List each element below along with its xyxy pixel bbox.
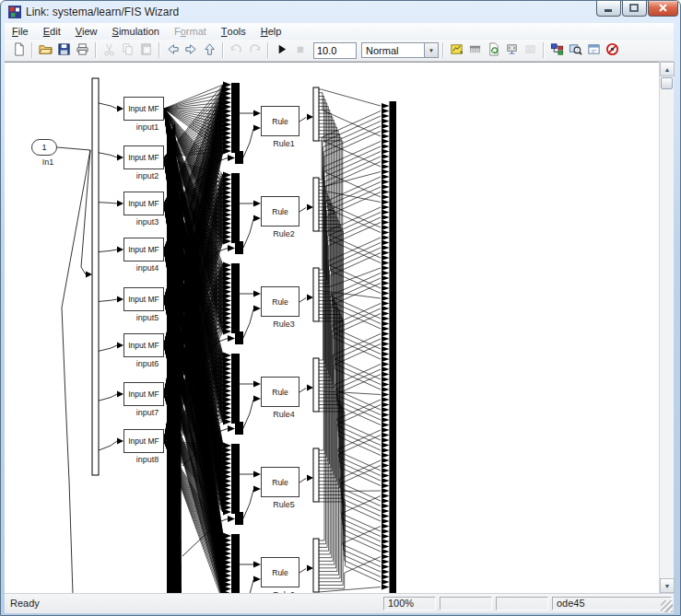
- menu-label-post: ools: [228, 26, 246, 37]
- toolbar-update-diagram-button[interactable]: [484, 41, 502, 60]
- vertical-scrollbar[interactable]: ▲ ▼: [659, 62, 674, 593]
- simulation-time-field[interactable]: [313, 42, 357, 59]
- input-mf-block-input8[interactable]: Input MF: [123, 429, 164, 453]
- chevron-down-icon[interactable]: ▼: [424, 43, 438, 57]
- toolbar-model-browser-button[interactable]: [584, 41, 603, 60]
- rule-demux-bar-2[interactable]: [313, 178, 319, 231]
- rule-small-mux-2[interactable]: [235, 241, 243, 254]
- toolbar-new-document-button[interactable]: [9, 41, 28, 60]
- scroll-up-button[interactable]: ▲: [660, 62, 675, 76]
- menu-label-pre: F: [174, 26, 181, 37]
- input-mf-block-input2[interactable]: Input MF: [123, 145, 164, 169]
- input-demux-bar[interactable]: [92, 78, 99, 475]
- rule-mux-bar-5[interactable]: [231, 444, 240, 514]
- menu-label-post: ile: [18, 26, 29, 37]
- toolbar-copy-button[interactable]: [118, 41, 136, 60]
- toolbar-library-browser-button[interactable]: [547, 41, 566, 60]
- debugger-icon: [605, 42, 619, 59]
- rule-demux-bar-3[interactable]: [313, 268, 319, 321]
- menu-item-simulation[interactable]: Simulation: [105, 23, 167, 40]
- save-model-icon: [57, 42, 71, 59]
- close-button[interactable]: [648, 1, 678, 17]
- toolbar-model-explorer-button[interactable]: [566, 41, 584, 60]
- toolbar-undo-button[interactable]: [227, 41, 245, 60]
- rule-mux-bar-3[interactable]: [231, 263, 240, 333]
- paste-icon: [139, 42, 153, 59]
- menu-label-post: rmat: [186, 26, 206, 37]
- rule-demux-bar-5[interactable]: [313, 448, 319, 502]
- rule-small-mux-1[interactable]: [235, 151, 243, 164]
- rule-block-Rule4[interactable]: Rule: [261, 377, 299, 407]
- rule-mux-bar-2[interactable]: [231, 173, 240, 243]
- menu-label-post: elp: [268, 26, 282, 37]
- toolbar-back-button[interactable]: [163, 41, 182, 60]
- status-panel-3: [496, 597, 548, 610]
- rule-block-Rule1[interactable]: Rule: [261, 106, 299, 136]
- scroll-down-button[interactable]: ▼: [660, 578, 675, 593]
- resize-grip[interactable]: [661, 600, 673, 612]
- toolbar-separator: [31, 42, 32, 58]
- toolbar-start-simulation-button[interactable]: [272, 41, 290, 60]
- minimize-icon: [604, 5, 614, 13]
- menu-item-help[interactable]: Help: [253, 23, 289, 40]
- title-bar[interactable]: Link: systema/learn/FIS Wizard: [1, 1, 680, 23]
- toolbar-generate-code-button[interactable]: [502, 41, 521, 60]
- model-canvas[interactable]: 1In1Input MFinput1Input MFinput2Input MF…: [5, 62, 659, 594]
- rule-mux-bar-6[interactable]: [231, 534, 240, 594]
- toolbar-cut-button[interactable]: [100, 41, 118, 60]
- forward-icon: [184, 42, 198, 59]
- simulation-mode-dropdown[interactable]: Normal▼: [361, 42, 439, 58]
- toolbar-separator: [442, 42, 443, 58]
- toolbar-build-subsystem-button[interactable]: [521, 41, 539, 60]
- menu-item-file[interactable]: File: [5, 23, 36, 40]
- menu-item-tools[interactable]: Tools: [214, 23, 253, 40]
- rule-demux-bar-1[interactable]: [313, 87, 319, 141]
- toolbar-stop-simulation-button[interactable]: [290, 41, 309, 60]
- inport-block[interactable]: 1: [31, 139, 57, 156]
- rule-label-Rule2: Rule2: [256, 229, 311, 238]
- input-mf-block-input3[interactable]: Input MF: [123, 192, 164, 215]
- rule-mux-bar-1[interactable]: [231, 83, 240, 153]
- maximize-icon: [629, 4, 640, 13]
- minimize-button[interactable]: [596, 1, 621, 17]
- input-mf-block-input6[interactable]: Input MF: [123, 333, 164, 357]
- rule-small-mux-3[interactable]: [235, 331, 243, 344]
- rule-block-Rule5[interactable]: Rule: [261, 467, 299, 497]
- start-simulation-icon: [275, 42, 288, 59]
- menu-item-format[interactable]: Format: [167, 23, 214, 40]
- menu-item-view[interactable]: View: [68, 23, 105, 40]
- mf-to-rule-wires: [164, 85, 381, 594]
- update-diagram-icon: [487, 42, 500, 59]
- output-mux-bar[interactable]: [390, 101, 397, 594]
- input-mf-block-input1[interactable]: Input MF: [123, 97, 164, 121]
- toolbar-save-model-button[interactable]: [54, 41, 73, 60]
- rule-small-mux-4[interactable]: [235, 422, 243, 435]
- scrollbar-thumb[interactable]: [661, 77, 673, 89]
- toolbar-print-button[interactable]: [73, 41, 91, 60]
- input-mf-block-input5[interactable]: Input MF: [123, 287, 164, 311]
- toolbar-refresh-model-button[interactable]: [447, 41, 465, 60]
- toolbar-build-all-button[interactable]: [465, 41, 484, 60]
- wiring-layer: [5, 63, 659, 594]
- toolbar-debugger-button[interactable]: [603, 41, 621, 60]
- toolbar: Normal▼: [5, 40, 674, 62]
- refresh-model-icon: [450, 42, 464, 59]
- maximize-button[interactable]: [622, 1, 647, 17]
- toolbar-forward-button[interactable]: [182, 41, 200, 60]
- rule-small-mux-5[interactable]: [235, 512, 243, 525]
- rule-demux-bar-4[interactable]: [313, 358, 319, 412]
- redo-icon: [248, 42, 262, 59]
- input-mf-block-input7[interactable]: Input MF: [123, 382, 164, 406]
- rule-mux-bar-4[interactable]: [231, 354, 240, 424]
- toolbar-open-model-button[interactable]: [36, 41, 54, 60]
- toolbar-up-to-parent-button[interactable]: [200, 41, 218, 60]
- toolbar-redo-button[interactable]: [245, 41, 264, 60]
- input-mf-block-input4[interactable]: Input MF: [123, 238, 164, 262]
- toolbar-paste-button[interactable]: [136, 41, 155, 60]
- rule-block-Rule3[interactable]: Rule: [261, 286, 299, 317]
- menu-item-edit[interactable]: Edit: [36, 23, 68, 40]
- rule-block-Rule6[interactable]: Rule: [261, 557, 299, 587]
- rule-demux-bar-6[interactable]: [313, 539, 319, 592]
- toolbar-separator: [543, 42, 544, 58]
- rule-block-Rule2[interactable]: Rule: [261, 196, 299, 227]
